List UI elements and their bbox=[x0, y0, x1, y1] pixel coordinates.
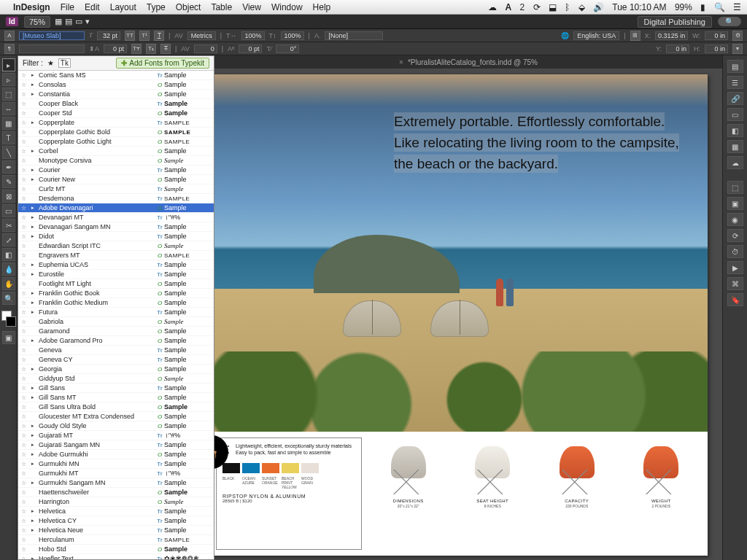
media-panel-icon[interactable]: ▶ bbox=[727, 261, 743, 274]
font-row[interactable]: ☆▸Hoefler TextTr✿❀✾❁❂❃ bbox=[18, 554, 214, 559]
expand-arrow-icon[interactable]: ▸ bbox=[31, 518, 39, 524]
notification-badge[interactable]: 2 bbox=[520, 2, 525, 12]
font-row[interactable]: ☆▸Gill SansTrSample bbox=[18, 384, 214, 393]
paragraph-mode-icon[interactable]: ¶ bbox=[4, 44, 15, 54]
bridge-icon[interactable]: ▦ bbox=[55, 17, 62, 26]
character-mode-icon[interactable]: A bbox=[4, 31, 15, 41]
menu-table[interactable]: Table bbox=[211, 2, 232, 12]
adobe-icon[interactable]: A bbox=[506, 2, 512, 12]
font-row[interactable]: ☆▸Gujarati MTTr।"#% bbox=[18, 431, 214, 440]
y-field[interactable]: 0 in bbox=[666, 44, 689, 53]
sync-icon[interactable]: ⟳ bbox=[533, 2, 541, 12]
hyperlinks-panel-icon[interactable]: ⌘ bbox=[727, 277, 743, 290]
font-row[interactable]: ☆▸Goudy Old StyleOSample bbox=[18, 421, 214, 431]
font-row[interactable]: ☆HerculanumTrSAMPLE bbox=[18, 535, 214, 545]
expand-arrow-icon[interactable]: ▸ bbox=[31, 338, 39, 343]
expand-arrow-icon[interactable]: ▸ bbox=[31, 309, 39, 315]
favorite-star-icon[interactable]: ☆ bbox=[21, 527, 31, 534]
font-row[interactable]: ☆HaettenschweilerOSample bbox=[18, 488, 214, 497]
favorite-star-icon[interactable]: ☆ bbox=[21, 120, 31, 126]
pages-panel-icon[interactable]: ▤ bbox=[727, 60, 743, 73]
font-row[interactable]: ☆▸FuturaTrSample bbox=[18, 308, 214, 317]
font-row[interactable]: ☆▸Franklin Gothic BookOSample bbox=[18, 289, 214, 298]
menu-view[interactable]: View bbox=[242, 2, 261, 12]
favorite-star-icon[interactable]: ☆ bbox=[21, 72, 31, 79]
chair-variant[interactable]: SEAT HEIGHT8 INCHES bbox=[468, 442, 517, 508]
favorite-star-icon[interactable]: ☆ bbox=[21, 82, 31, 88]
font-row[interactable]: ☆Engravers MTOSAMPLE bbox=[18, 251, 214, 260]
favorite-star-icon[interactable]: ☆ bbox=[21, 366, 31, 373]
font-row[interactable]: ☆▸CourierTrSample bbox=[18, 166, 214, 175]
font-row[interactable]: ☆▸Gurmukhi MNTrSample bbox=[18, 459, 214, 469]
close-tab-icon[interactable]: × bbox=[399, 58, 403, 66]
favorite-star-icon[interactable]: ☆ bbox=[21, 489, 31, 496]
cc-libraries-panel-icon[interactable]: ☁ bbox=[727, 156, 743, 169]
page-spread[interactable]: Extremely portable. Effortlessly comfort… bbox=[214, 74, 708, 556]
font-row[interactable]: ☆▸Devanagari Sangam MNTrSample bbox=[18, 222, 214, 232]
panel-menu-icon[interactable]: ▾ bbox=[732, 44, 743, 54]
menu-edit[interactable]: Edit bbox=[85, 2, 100, 12]
font-row[interactable]: ☆▸ConstantiaOSample bbox=[18, 90, 214, 99]
expand-arrow-icon[interactable]: ▸ bbox=[31, 205, 39, 211]
font-row[interactable]: ☆Cooper BlackTrSample bbox=[18, 99, 214, 109]
font-row[interactable]: ☆▸Adobe Garamond ProOSample bbox=[18, 336, 214, 346]
favorite-star-icon[interactable]: ☆ bbox=[21, 176, 31, 183]
favorite-star-icon[interactable]: ☆ bbox=[21, 101, 31, 107]
font-row[interactable]: ☆GabriolaOSample bbox=[18, 317, 214, 327]
expand-arrow-icon[interactable]: ▸ bbox=[31, 290, 39, 296]
font-row[interactable]: ☆Geneva CYTrSample bbox=[18, 355, 214, 365]
font-row[interactable]: ☆▸Courier NewOSample bbox=[18, 175, 214, 184]
hscale-field[interactable]: 100% bbox=[241, 31, 265, 40]
gradient-tool[interactable]: ◧ bbox=[2, 248, 15, 261]
superscript-icon[interactable]: T¹ bbox=[139, 31, 150, 41]
favorite-star-icon[interactable]: ☆ bbox=[21, 347, 31, 354]
favorite-star-icon[interactable]: ☆ bbox=[21, 556, 31, 560]
font-row[interactable]: ☆Copperplate Gothic LightOSAMPLE bbox=[18, 137, 214, 147]
zoom-level[interactable]: 75% bbox=[24, 16, 50, 28]
favorite-star-icon[interactable]: ☆ bbox=[21, 499, 31, 505]
font-list[interactable]: ☆▸Comic Sans MSTrSample☆▸ConsolasOSample… bbox=[18, 71, 214, 559]
font-row[interactable]: ☆▸CorbelOSample bbox=[18, 147, 214, 156]
expand-arrow-icon[interactable]: ▸ bbox=[31, 214, 39, 220]
hand-tool[interactable]: ✋ bbox=[2, 277, 15, 290]
favorite-star-icon[interactable]: ☆ bbox=[21, 394, 31, 401]
expand-arrow-icon[interactable]: ▸ bbox=[31, 120, 39, 125]
expand-arrow-icon[interactable]: ▸ bbox=[31, 394, 39, 400]
favorite-star-icon[interactable]: ☆ bbox=[21, 195, 31, 202]
favorite-star-icon[interactable]: ☆ bbox=[21, 214, 31, 221]
subscript-icon[interactable]: T₁ bbox=[146, 44, 156, 54]
gap-tool[interactable]: ↔ bbox=[2, 102, 15, 115]
expand-arrow-icon[interactable]: ▸ bbox=[31, 423, 39, 429]
font-row[interactable]: ☆Cooper StdOSample bbox=[18, 109, 214, 118]
favorite-star-icon[interactable]: ☆ bbox=[21, 186, 31, 192]
expand-arrow-icon[interactable]: ▸ bbox=[31, 271, 39, 277]
expand-arrow-icon[interactable]: ▸ bbox=[31, 262, 39, 268]
view-mode-normal[interactable]: ▣ bbox=[2, 331, 15, 344]
font-row[interactable]: ☆▸Franklin Gothic MediumOSample bbox=[18, 298, 214, 308]
underline-icon[interactable]: T̲ bbox=[154, 31, 164, 41]
links-panel-icon[interactable]: 🔗 bbox=[727, 92, 743, 105]
expand-arrow-icon[interactable]: ▸ bbox=[31, 148, 39, 154]
favorite-star-icon[interactable]: ☆ bbox=[21, 129, 31, 136]
expand-arrow-icon[interactable]: ▸ bbox=[31, 82, 39, 88]
x-field[interactable]: 0.3125 in bbox=[655, 31, 688, 40]
font-row[interactable]: ☆Gill Sans Ultra BoldOSample bbox=[18, 402, 214, 412]
font-row[interactable]: ☆Curlz MTTrSample bbox=[18, 184, 214, 194]
kerning-field[interactable]: Metrics bbox=[187, 31, 216, 40]
favorite-star-icon[interactable]: ☆ bbox=[21, 167, 31, 174]
bookmarks-panel-icon[interactable]: 🔖 bbox=[727, 293, 743, 306]
app-name[interactable]: InDesign bbox=[13, 2, 50, 12]
color-panel-icon[interactable]: ◧ bbox=[727, 124, 743, 137]
baseline-field[interactable]: 0 pt bbox=[239, 44, 262, 53]
font-row[interactable]: ☆DesdemonaTrSAMPLE bbox=[18, 194, 214, 203]
expand-arrow-icon[interactable]: ▸ bbox=[31, 233, 39, 239]
font-style-field[interactable] bbox=[19, 44, 85, 53]
favorite-star-icon[interactable]: ☆ bbox=[21, 224, 31, 230]
menu-layout[interactable]: Layout bbox=[110, 2, 136, 12]
font-row[interactable]: ☆Giddyup StdOSample bbox=[18, 374, 214, 384]
expand-arrow-icon[interactable]: ▸ bbox=[31, 300, 39, 306]
expand-arrow-icon[interactable]: ▸ bbox=[31, 366, 39, 372]
favorite-star-icon[interactable]: ☆ bbox=[21, 480, 31, 486]
canvas[interactable]: Extremely portable. Effortlessly comfort… bbox=[214, 69, 722, 560]
favorite-star-icon[interactable]: ☆ bbox=[21, 243, 31, 249]
